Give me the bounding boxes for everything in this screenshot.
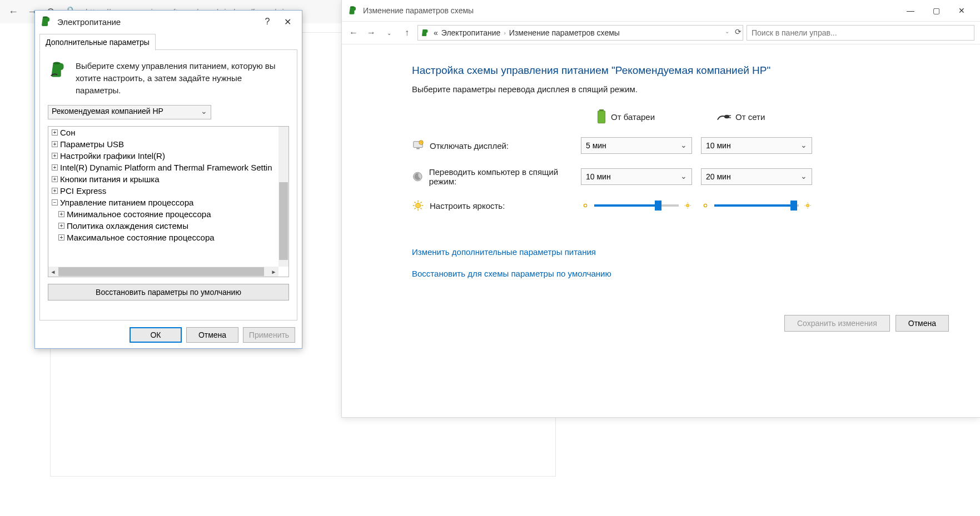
breadcrumb-bar[interactable]: « Электропитание › Изменение параметров … <box>417 25 743 41</box>
window-close-icon[interactable]: ✕ <box>949 2 974 19</box>
nav-forward-icon[interactable]: → <box>364 26 379 40</box>
tree-item-cooling-policy[interactable]: +Политика охлаждения системы <box>48 220 278 232</box>
link-advanced-settings[interactable]: Изменить дополнительные параметры питани… <box>412 247 958 257</box>
scrollbar-thumb[interactable] <box>279 182 288 260</box>
close-icon[interactable]: ✕ <box>277 14 297 29</box>
scrollbar-thumb[interactable] <box>58 267 264 276</box>
help-icon[interactable]: ? <box>257 14 277 29</box>
slider-track[interactable] <box>714 204 799 207</box>
svg-line-17 <box>421 208 422 209</box>
svg-line-16 <box>415 202 416 203</box>
tree-item-sleep[interactable]: +Сон <box>48 127 278 138</box>
sun-bright-icon <box>683 201 692 210</box>
scroll-right-icon[interactable]: ► <box>269 267 278 277</box>
nav-back-icon[interactable]: ← <box>346 26 361 40</box>
column-ac-label: От сети <box>735 112 765 122</box>
collapse-icon[interactable]: − <box>52 199 58 206</box>
slider-thumb[interactable] <box>655 201 661 211</box>
brightness-ac-slider[interactable] <box>701 201 812 210</box>
nav-up-icon[interactable]: ↑ <box>400 26 414 40</box>
expand-icon[interactable]: + <box>52 164 58 171</box>
page-heading: Настройка схемы управления питанием "Рек… <box>412 64 958 77</box>
display-off-battery-select[interactable]: 5 мин <box>581 137 692 154</box>
tree-item-cpu-max[interactable]: +Максимальное состояние процессора <box>48 232 278 243</box>
row-brightness-text: Настроить яркость: <box>430 201 505 211</box>
horizontal-scrollbar[interactable]: ◄ ► <box>48 267 278 277</box>
expand-icon[interactable]: + <box>58 223 64 229</box>
expand-icon[interactable]: + <box>52 141 58 147</box>
window-minimize-icon[interactable]: — <box>898 2 923 19</box>
dialog-body: Выберите схему управления питанием, кото… <box>39 49 297 320</box>
cancel-button[interactable]: Отмена <box>896 315 949 332</box>
links-block: Изменить дополнительные параметры питани… <box>412 247 958 278</box>
expand-icon[interactable]: + <box>52 129 58 136</box>
scheme-selected-value: Рекомендуемая компанией HP <box>52 107 163 116</box>
edit-plan-footer: Сохранить изменения Отмена <box>784 315 949 332</box>
slider-thumb[interactable] <box>790 201 797 211</box>
tree-item-pci-express[interactable]: +PCI Express <box>48 185 278 197</box>
tree-item-intel-dptf[interactable]: +Intel(R) Dynamic Platform and Thermal F… <box>48 162 278 173</box>
apply-button[interactable]: Применить <box>243 327 295 343</box>
svg-point-33 <box>53 62 61 64</box>
breadcrumb-sep-icon: « <box>434 28 438 37</box>
slider-track[interactable] <box>594 204 679 207</box>
row-display-off-label: Отключать дисплей: <box>412 139 579 152</box>
tree-item-cpu-power[interactable]: −Управление питанием процессора <box>48 197 278 208</box>
breadcrumb-item-power[interactable]: Электропитание <box>441 28 501 37</box>
expand-icon[interactable]: + <box>58 211 64 217</box>
tree-item-cpu-min[interactable]: +Минимальное состояние процессора <box>48 208 278 220</box>
sun-icon <box>412 199 424 212</box>
sleep-ac-select[interactable]: 20 мин <box>701 168 812 185</box>
battery-icon <box>596 109 606 124</box>
expand-icon[interactable]: + <box>52 176 58 182</box>
restore-defaults-button[interactable]: Восстановить параметры по умолчанию <box>48 284 289 300</box>
breadcrumb-item-edit-plan[interactable]: Изменение параметров схемы <box>509 28 620 37</box>
sun-dim-icon <box>581 201 590 210</box>
explorer-address-bar: ← → ⌄ ↑ « Электропитание › Изменение пар… <box>342 21 980 44</box>
plug-icon <box>717 112 731 122</box>
dialog-footer: ОК Отмена Применить <box>130 327 295 343</box>
vertical-scrollbar[interactable] <box>278 127 288 267</box>
tree-item-intel-graphics[interactable]: +Настройки графики Intel(R) <box>48 150 278 162</box>
row-sleep-text: Переводить компьютер в спящий режим: <box>429 167 579 186</box>
monitor-icon <box>412 139 424 152</box>
power-plan-large-icon <box>48 60 69 81</box>
svg-point-21 <box>686 204 689 207</box>
search-input[interactable] <box>747 25 974 41</box>
expand-icon[interactable]: + <box>52 188 58 194</box>
nav-recent-icon[interactable]: ⌄ <box>382 26 396 40</box>
scroll-left-icon[interactable]: ◄ <box>48 267 58 277</box>
svg-point-20 <box>584 204 586 207</box>
dialog-title: Электропитание <box>57 17 257 27</box>
tree-item-usb[interactable]: +Параметры USB <box>48 138 278 150</box>
svg-rect-8 <box>416 148 420 149</box>
expand-icon[interactable]: + <box>58 234 64 241</box>
tree-item-buttons-lid[interactable]: +Кнопки питания и крышка <box>48 173 278 185</box>
sleep-battery-select[interactable]: 10 мин <box>581 168 692 185</box>
page-subtitle: Выберите параметры перевода дисплея в сп… <box>412 84 958 94</box>
sun-dim-icon <box>701 201 710 210</box>
browser-back-icon[interactable]: ← <box>6 4 21 19</box>
power-options-icon <box>39 15 53 28</box>
power-scheme-select[interactable]: Рекомендуемая компанией HP <box>48 105 211 119</box>
save-changes-button[interactable]: Сохранить изменения <box>784 315 890 332</box>
window-maximize-icon[interactable]: ▢ <box>923 2 949 19</box>
tab-advanced[interactable]: Дополнительные параметры <box>39 34 156 51</box>
svg-rect-2 <box>598 111 605 123</box>
chevron-down-icon[interactable]: ⌄ <box>725 28 729 34</box>
power-plan-icon <box>347 5 359 16</box>
row-brightness-label: Настроить яркость: <box>412 199 579 212</box>
power-plan-icon <box>420 28 430 38</box>
link-restore-defaults[interactable]: Восстановить для схемы параметры по умол… <box>412 269 958 278</box>
svg-point-4 <box>724 115 729 119</box>
expand-icon[interactable]: + <box>52 153 58 159</box>
svg-line-19 <box>421 202 422 203</box>
ok-button[interactable]: ОК <box>130 327 182 343</box>
refresh-icon[interactable]: ⟳ <box>735 27 742 36</box>
display-off-ac-select[interactable]: 10 мин <box>701 137 812 154</box>
edit-plan-body: Настройка схемы управления питанием "Рек… <box>342 44 980 278</box>
brightness-battery-slider[interactable] <box>581 201 692 210</box>
settings-tree: +Сон +Параметры USB +Настройки графики I… <box>48 126 289 277</box>
cancel-button[interactable]: Отмена <box>186 327 238 343</box>
advanced-power-dialog: Электропитание ? ✕ Дополнительные параме… <box>34 10 302 349</box>
